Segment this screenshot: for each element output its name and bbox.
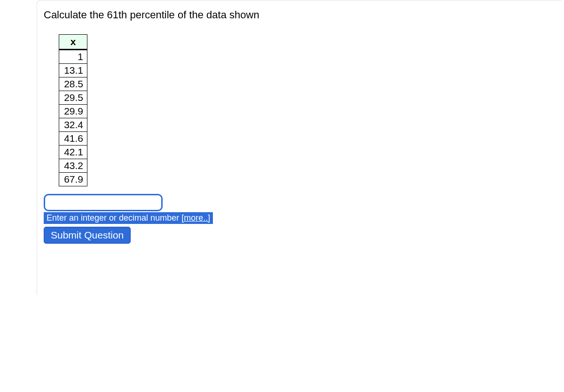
table-cell: 13.1 (59, 64, 87, 77)
table-cell: 42.1 (59, 146, 87, 159)
table-cell: 43.2 (59, 159, 87, 173)
table-cell: 41.6 (59, 132, 87, 146)
table-cell: 28.5 (59, 77, 87, 91)
data-table: x 1 13.1 28.5 29.5 29.9 32.4 41.6 42.1 4… (59, 34, 87, 186)
table-cell: 29.9 (59, 105, 87, 118)
table-header-x: x (59, 35, 87, 50)
submit-button[interactable]: Submit Question (44, 227, 131, 244)
question-prompt: Calculate the 61th percentile of the dat… (44, 9, 561, 21)
input-hint: Enter an integer or decimal number [more… (44, 212, 213, 224)
hint-more-link[interactable]: [more..] (181, 213, 210, 223)
table-cell: 67.9 (59, 173, 87, 186)
table-cell: 29.5 (59, 91, 87, 105)
answer-input[interactable] (44, 194, 163, 211)
table-cell: 1 (59, 50, 87, 64)
hint-text: Enter an integer or decimal number (47, 213, 181, 223)
table-cell: 32.4 (59, 118, 87, 132)
question-container: Calculate the 61th percentile of the dat… (37, 0, 561, 295)
